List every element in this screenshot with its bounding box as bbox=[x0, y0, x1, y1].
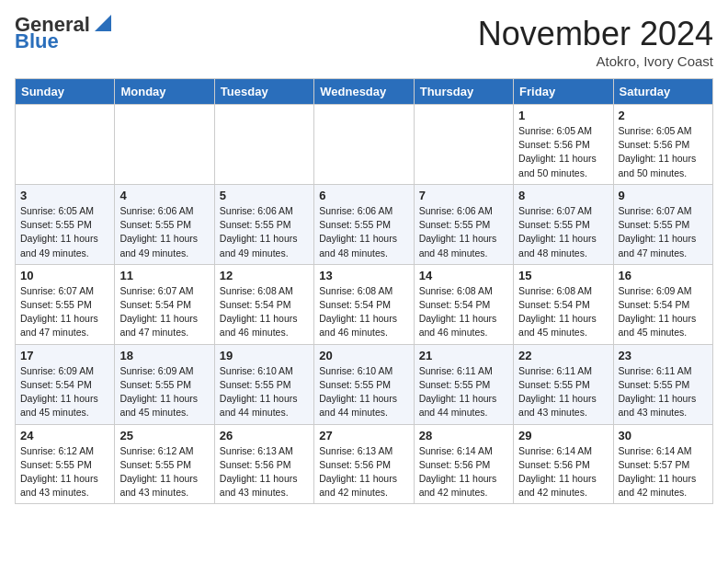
day-number: 23 bbox=[619, 349, 708, 362]
day-number: 20 bbox=[319, 349, 408, 362]
day-number: 25 bbox=[119, 429, 209, 442]
calendar-week-row: 17Sunrise: 6:09 AM Sunset: 5:54 PM Dayli… bbox=[16, 344, 713, 424]
calendar-cell: 13Sunrise: 6:08 AM Sunset: 5:54 PM Dayli… bbox=[314, 264, 414, 344]
calendar-cell: 6Sunrise: 6:06 AM Sunset: 5:55 PM Daylig… bbox=[314, 184, 414, 264]
day-number: 28 bbox=[419, 429, 508, 442]
svg-marker-0 bbox=[95, 15, 111, 31]
calendar-cell: 16Sunrise: 6:09 AM Sunset: 5:54 PM Dayli… bbox=[613, 264, 712, 344]
logo: General Blue bbox=[15, 15, 111, 52]
day-info: Sunrise: 6:08 AM Sunset: 5:54 PM Dayligh… bbox=[518, 284, 608, 340]
calendar-cell: 12Sunrise: 6:08 AM Sunset: 5:54 PM Dayli… bbox=[214, 264, 313, 344]
calendar-week-row: 1Sunrise: 6:05 AM Sunset: 5:56 PM Daylig… bbox=[16, 105, 713, 185]
day-number: 4 bbox=[119, 189, 209, 202]
calendar-cell bbox=[214, 105, 313, 185]
calendar-cell: 15Sunrise: 6:08 AM Sunset: 5:54 PM Dayli… bbox=[514, 264, 613, 344]
day-info: Sunrise: 6:06 AM Sunset: 5:55 PM Dayligh… bbox=[419, 204, 508, 260]
calendar-header-thursday: Thursday bbox=[414, 79, 513, 105]
location: Atokro, Ivory Coast bbox=[478, 53, 713, 69]
day-number: 18 bbox=[119, 349, 209, 362]
calendar-cell: 3Sunrise: 6:05 AM Sunset: 5:55 PM Daylig… bbox=[16, 184, 115, 264]
logo-blue: Blue bbox=[15, 31, 59, 52]
day-number: 29 bbox=[518, 429, 608, 442]
day-number: 17 bbox=[20, 349, 109, 362]
calendar-cell: 18Sunrise: 6:09 AM Sunset: 5:55 PM Dayli… bbox=[115, 344, 214, 424]
day-info: Sunrise: 6:05 AM Sunset: 5:55 PM Dayligh… bbox=[20, 204, 109, 260]
day-number: 19 bbox=[220, 349, 309, 362]
calendar-week-row: 24Sunrise: 6:12 AM Sunset: 5:55 PM Dayli… bbox=[16, 424, 713, 504]
logo-triangle-icon bbox=[91, 13, 111, 33]
day-number: 9 bbox=[619, 189, 708, 202]
day-info: Sunrise: 6:09 AM Sunset: 5:54 PM Dayligh… bbox=[619, 284, 708, 340]
month-title: November 2024 bbox=[478, 15, 713, 53]
calendar-cell: 29Sunrise: 6:14 AM Sunset: 5:56 PM Dayli… bbox=[514, 424, 613, 504]
day-info: Sunrise: 6:09 AM Sunset: 5:54 PM Dayligh… bbox=[20, 364, 109, 420]
day-info: Sunrise: 6:07 AM Sunset: 5:55 PM Dayligh… bbox=[619, 204, 708, 260]
day-info: Sunrise: 6:06 AM Sunset: 5:55 PM Dayligh… bbox=[220, 204, 309, 260]
day-info: Sunrise: 6:07 AM Sunset: 5:55 PM Dayligh… bbox=[20, 284, 109, 340]
day-info: Sunrise: 6:08 AM Sunset: 5:54 PM Dayligh… bbox=[220, 284, 309, 340]
calendar-cell: 7Sunrise: 6:06 AM Sunset: 5:55 PM Daylig… bbox=[414, 184, 513, 264]
day-number: 30 bbox=[619, 429, 708, 442]
day-info: Sunrise: 6:11 AM Sunset: 5:55 PM Dayligh… bbox=[619, 364, 708, 420]
day-info: Sunrise: 6:12 AM Sunset: 5:55 PM Dayligh… bbox=[20, 444, 109, 500]
calendar-cell bbox=[115, 105, 214, 185]
day-number: 10 bbox=[20, 269, 109, 282]
day-number: 6 bbox=[319, 189, 408, 202]
day-number: 21 bbox=[419, 349, 508, 362]
day-number: 26 bbox=[220, 429, 309, 442]
day-info: Sunrise: 6:13 AM Sunset: 5:56 PM Dayligh… bbox=[220, 444, 309, 500]
day-number: 11 bbox=[119, 269, 209, 282]
day-info: Sunrise: 6:14 AM Sunset: 5:56 PM Dayligh… bbox=[518, 444, 608, 500]
calendar-cell: 24Sunrise: 6:12 AM Sunset: 5:55 PM Dayli… bbox=[16, 424, 115, 504]
calendar-cell: 27Sunrise: 6:13 AM Sunset: 5:56 PM Dayli… bbox=[314, 424, 414, 504]
day-number: 1 bbox=[518, 109, 608, 122]
calendar-cell bbox=[16, 105, 115, 185]
calendar-header-row: SundayMondayTuesdayWednesdayThursdayFrid… bbox=[16, 79, 713, 105]
calendar-cell: 1Sunrise: 6:05 AM Sunset: 5:56 PM Daylig… bbox=[514, 105, 613, 185]
day-info: Sunrise: 6:07 AM Sunset: 5:55 PM Dayligh… bbox=[518, 204, 608, 260]
day-info: Sunrise: 6:14 AM Sunset: 5:57 PM Dayligh… bbox=[619, 444, 708, 500]
day-number: 27 bbox=[319, 429, 408, 442]
calendar-header-saturday: Saturday bbox=[613, 79, 712, 105]
day-number: 2 bbox=[619, 109, 708, 122]
day-info: Sunrise: 6:12 AM Sunset: 5:55 PM Dayligh… bbox=[119, 444, 209, 500]
calendar-cell bbox=[314, 105, 414, 185]
calendar-cell: 4Sunrise: 6:06 AM Sunset: 5:55 PM Daylig… bbox=[115, 184, 214, 264]
calendar-cell: 9Sunrise: 6:07 AM Sunset: 5:55 PM Daylig… bbox=[613, 184, 712, 264]
calendar-week-row: 3Sunrise: 6:05 AM Sunset: 5:55 PM Daylig… bbox=[16, 184, 713, 264]
day-info: Sunrise: 6:11 AM Sunset: 5:55 PM Dayligh… bbox=[419, 364, 508, 420]
day-number: 7 bbox=[419, 189, 508, 202]
day-number: 3 bbox=[20, 189, 109, 202]
calendar-header-sunday: Sunday bbox=[16, 79, 115, 105]
page: General Blue November 2024 Atokro, Ivory… bbox=[0, 0, 728, 519]
day-number: 8 bbox=[518, 189, 608, 202]
calendar-header-wednesday: Wednesday bbox=[314, 79, 414, 105]
day-info: Sunrise: 6:06 AM Sunset: 5:55 PM Dayligh… bbox=[119, 204, 209, 260]
day-info: Sunrise: 6:08 AM Sunset: 5:54 PM Dayligh… bbox=[319, 284, 408, 340]
calendar-cell: 28Sunrise: 6:14 AM Sunset: 5:56 PM Dayli… bbox=[414, 424, 513, 504]
calendar-cell: 11Sunrise: 6:07 AM Sunset: 5:54 PM Dayli… bbox=[115, 264, 214, 344]
day-info: Sunrise: 6:06 AM Sunset: 5:55 PM Dayligh… bbox=[319, 204, 408, 260]
calendar-cell: 22Sunrise: 6:11 AM Sunset: 5:55 PM Dayli… bbox=[514, 344, 613, 424]
day-number: 16 bbox=[619, 269, 708, 282]
calendar-cell: 17Sunrise: 6:09 AM Sunset: 5:54 PM Dayli… bbox=[16, 344, 115, 424]
calendar-cell: 2Sunrise: 6:05 AM Sunset: 5:56 PM Daylig… bbox=[613, 105, 712, 185]
day-info: Sunrise: 6:14 AM Sunset: 5:56 PM Dayligh… bbox=[419, 444, 508, 500]
day-info: Sunrise: 6:07 AM Sunset: 5:54 PM Dayligh… bbox=[119, 284, 209, 340]
calendar-cell: 5Sunrise: 6:06 AM Sunset: 5:55 PM Daylig… bbox=[214, 184, 313, 264]
day-number: 5 bbox=[220, 189, 309, 202]
day-info: Sunrise: 6:10 AM Sunset: 5:55 PM Dayligh… bbox=[220, 364, 309, 420]
calendar-header-friday: Friday bbox=[514, 79, 613, 105]
day-number: 15 bbox=[518, 269, 608, 282]
calendar-header-monday: Monday bbox=[115, 79, 214, 105]
calendar-cell: 25Sunrise: 6:12 AM Sunset: 5:55 PM Dayli… bbox=[115, 424, 214, 504]
calendar-cell: 23Sunrise: 6:11 AM Sunset: 5:55 PM Dayli… bbox=[613, 344, 712, 424]
calendar-cell bbox=[414, 105, 513, 185]
calendar-cell: 14Sunrise: 6:08 AM Sunset: 5:54 PM Dayli… bbox=[414, 264, 513, 344]
day-info: Sunrise: 6:13 AM Sunset: 5:56 PM Dayligh… bbox=[319, 444, 408, 500]
calendar-cell: 21Sunrise: 6:11 AM Sunset: 5:55 PM Dayli… bbox=[414, 344, 513, 424]
day-info: Sunrise: 6:05 AM Sunset: 5:56 PM Dayligh… bbox=[518, 124, 608, 180]
day-info: Sunrise: 6:09 AM Sunset: 5:55 PM Dayligh… bbox=[119, 364, 209, 420]
day-number: 13 bbox=[319, 269, 408, 282]
calendar-cell: 8Sunrise: 6:07 AM Sunset: 5:55 PM Daylig… bbox=[514, 184, 613, 264]
